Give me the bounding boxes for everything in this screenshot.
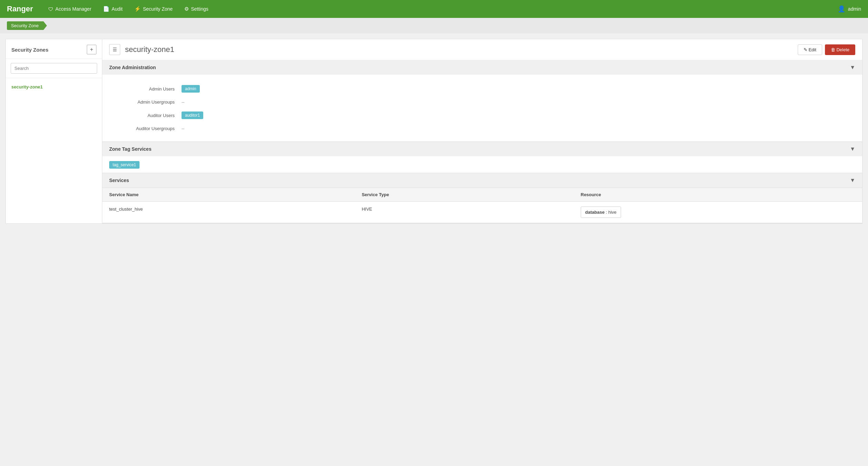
- shield-icon: 🛡: [48, 6, 53, 12]
- chevron-down-icon: ▼: [850, 64, 855, 71]
- auditor-usergroups-empty: --: [182, 126, 185, 131]
- chevron-down-icon-3: ▼: [850, 177, 855, 183]
- cell-resource: database : hive: [574, 202, 862, 223]
- content-menu-button[interactable]: ☰: [109, 44, 120, 55]
- zone-detail-title: security-zone1: [125, 45, 793, 54]
- admin-usergroups-value: --: [182, 99, 185, 105]
- sidebar-header: Security Zones +: [6, 39, 102, 59]
- delete-button[interactable]: 🗑 Delete: [825, 44, 855, 55]
- auditor-users-row: Auditor Users auditor1: [113, 108, 852, 123]
- nav-item-access-manager[interactable]: 🛡 Access Manager: [43, 3, 96, 15]
- nav-item-settings[interactable]: ⚙ Settings: [179, 3, 213, 15]
- top-navigation: Ranger 🛡 Access Manager 📄 Audit ⚡ Securi…: [0, 0, 868, 18]
- resource-badge: database : hive: [581, 206, 621, 218]
- user-label: admin: [848, 6, 861, 12]
- main-layout: Security Zones + security-zone1 ☰ securi…: [6, 39, 862, 224]
- resource-value: hive: [608, 210, 617, 215]
- admin-users-row: Admin Users admin: [113, 82, 852, 96]
- zone-administration-section: Zone Administration ▼ Admin Users admin …: [102, 60, 862, 142]
- zone-administration-title: Zone Administration: [109, 65, 156, 70]
- auditor-usergroups-label: Auditor Usergroups: [113, 126, 182, 131]
- zone-list: security-zone1: [6, 78, 102, 96]
- sidebar-search-container: [6, 59, 102, 78]
- zone-tag-services-header[interactable]: Zone Tag Services ▼: [102, 142, 862, 156]
- auditor-users-value: auditor1: [182, 112, 203, 119]
- add-zone-button[interactable]: +: [87, 45, 96, 54]
- tag-service-badge: tag_service1: [109, 161, 140, 169]
- resource-key: database: [585, 210, 604, 215]
- services-table: Service Name Service Type Resource test_…: [102, 188, 862, 223]
- sidebar: Security Zones + security-zone1: [6, 39, 102, 224]
- services-section: Services ▼ Service Name Service Type Res…: [102, 173, 862, 223]
- user-menu[interactable]: 👤 admin: [838, 5, 861, 13]
- nav-items: 🛡 Access Manager 📄 Audit ⚡ Security Zone…: [43, 3, 838, 15]
- content-area: ☰ security-zone1 ✎ Edit 🗑 Delete Zone Ad…: [102, 39, 862, 224]
- gear-icon: ⚙: [184, 6, 189, 12]
- breadcrumb-bar: Security Zone: [0, 18, 868, 33]
- zone-list-item-label: security-zone1: [11, 84, 43, 89]
- zone-list-item[interactable]: security-zone1: [6, 82, 102, 92]
- auditor-user-badge: auditor1: [182, 112, 203, 119]
- table-row: test_cluster_hive HIVE database : hive: [102, 202, 862, 223]
- zone-tag-services-body: tag_service1: [102, 156, 862, 173]
- chevron-down-icon-2: ▼: [850, 146, 855, 152]
- nav-label-settings: Settings: [191, 6, 208, 12]
- admin-usergroups-label: Admin Usergroups: [113, 99, 182, 105]
- zone-administration-header[interactable]: Zone Administration ▼: [102, 60, 862, 75]
- search-input[interactable]: [11, 63, 97, 74]
- admin-user-badge: admin: [182, 85, 200, 93]
- nav-label-security-zone: Security Zone: [143, 6, 173, 12]
- lightning-icon: ⚡: [134, 6, 141, 12]
- col-header-service-type: Service Type: [355, 188, 574, 202]
- nav-item-audit[interactable]: 📄 Audit: [98, 3, 127, 15]
- auditor-usergroups-value: --: [182, 126, 185, 131]
- edit-button[interactable]: ✎ Edit: [798, 44, 822, 55]
- cell-service-name: test_cluster_hive: [102, 202, 355, 223]
- services-table-header-row: Service Name Service Type Resource: [102, 188, 862, 202]
- col-header-service-name: Service Name: [102, 188, 355, 202]
- admin-users-label: Admin Users: [113, 86, 182, 92]
- nav-label-access-manager: Access Manager: [55, 6, 91, 12]
- services-header[interactable]: Services ▼: [102, 173, 862, 188]
- content-header: ☰ security-zone1 ✎ Edit 🗑 Delete: [102, 39, 862, 60]
- zone-administration-body: Admin Users admin Admin Usergroups -- Au…: [102, 75, 862, 141]
- menu-icon: ☰: [113, 47, 117, 52]
- zone-tag-services-section: Zone Tag Services ▼ tag_service1: [102, 142, 862, 173]
- services-title: Services: [109, 178, 129, 183]
- zone-tag-services-title: Zone Tag Services: [109, 146, 152, 152]
- col-header-resource: Resource: [574, 188, 862, 202]
- sidebar-title: Security Zones: [11, 47, 49, 53]
- auditor-usergroups-row: Auditor Usergroups --: [113, 123, 852, 135]
- auditor-users-label: Auditor Users: [113, 113, 182, 118]
- nav-label-audit: Audit: [112, 6, 123, 12]
- admin-usergroups-empty: --: [182, 99, 185, 105]
- admin-users-value: admin: [182, 85, 200, 93]
- breadcrumb[interactable]: Security Zone: [7, 21, 47, 30]
- cell-service-type: HIVE: [355, 202, 574, 223]
- content-header-actions: ✎ Edit 🗑 Delete: [798, 44, 855, 55]
- audit-icon: 📄: [103, 6, 110, 12]
- admin-usergroups-row: Admin Usergroups --: [113, 96, 852, 108]
- app-brand: Ranger: [7, 4, 33, 13]
- user-avatar-icon: 👤: [838, 5, 845, 13]
- services-body: Service Name Service Type Resource test_…: [102, 188, 862, 223]
- resource-separator: :: [606, 210, 608, 215]
- nav-item-security-zone[interactable]: ⚡ Security Zone: [130, 3, 177, 15]
